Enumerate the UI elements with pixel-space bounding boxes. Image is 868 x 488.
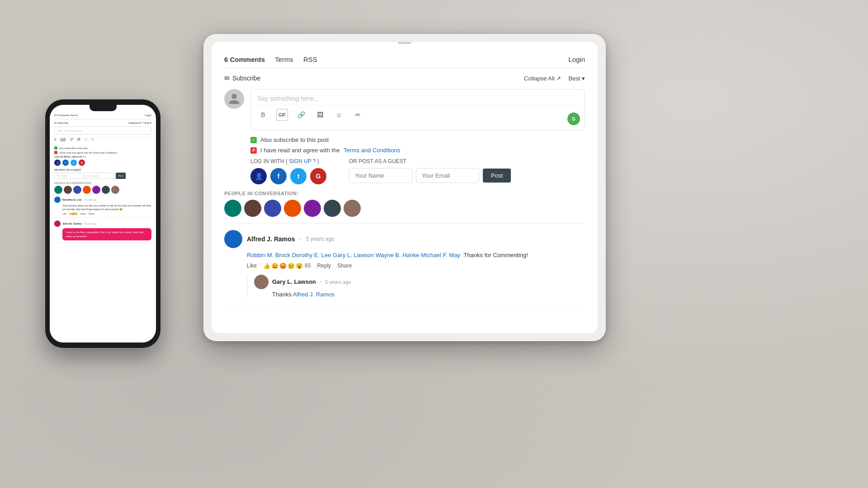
gif-icon[interactable]: GIF [276,109,288,121]
phone-commenter-name: Dorothy E. Lee [62,198,81,201]
phone-gif-icon[interactable]: GIF [60,138,66,142]
phone-link-icon[interactable]: 🔗 [70,138,74,142]
phone-bold-icon[interactable]: B [54,138,57,142]
phone-subscribe-label[interactable]: ✉ Subscribe [54,122,68,124]
phone-guest-email-input[interactable]: Your Email [85,173,114,179]
terms-agree-label: I have read and agree with the [260,147,340,154]
comment-nav-left: 6 Comments Terms RSS [224,56,317,63]
phone-login-label: LOG IN WITH ( SIGN UP ? ) [54,155,151,158]
guest-email-input[interactable] [416,168,479,183]
subscribe-post-checkbox-row: ✓ Also subscribe to this post [250,136,585,143]
terms-and-conditions-link[interactable]: Terms and Conditions [344,147,401,154]
reaction-cry[interactable]: 😢 [288,263,295,269]
nav-login[interactable]: Login [568,56,585,63]
person-avatar[interactable] [264,200,281,217]
nav-terms[interactable]: Terms [275,56,293,63]
nav-comments[interactable]: 6 Comments [224,56,265,63]
phone-social-id-btn[interactable]: 👤 [54,160,61,166]
link-icon[interactable]: 🔗 [295,109,307,121]
subscribe-label[interactable]: ✉ Subscribe [224,75,260,82]
subscribe-text: Subscribe [232,75,260,82]
phone-nav: 6 Comments Terms Login [54,114,151,119]
tablet-screen: 6 Comments Terms RSS Login ✉ Subscribe C… [212,42,598,333]
login-facebook-button[interactable]: f [270,168,287,184]
login-section-label: LOG IN WITH ( SIGN UP ? ) [250,158,326,164]
commenter-name: Alfred J. Ramos [247,235,295,243]
phone-comment-body: That moment when you dip your cookie in … [62,204,151,211]
reply-action[interactable]: Reply [317,263,331,269]
login-section: LOG IN WITH ( SIGN UP ? ) 👤 f t G [250,158,326,184]
image-icon[interactable]: 🖼 [314,109,326,121]
bold-icon[interactable]: B [257,109,269,121]
comment-time: 5 years ago [306,236,335,242]
phone-like-action[interactable]: Like [62,212,66,215]
comment-mention[interactable]: Robbin M. Brock Dorothy E. Lee Gary L. L… [247,252,460,258]
sign-up-link[interactable]: SIGN UP ? [289,158,316,164]
person-avatar[interactable] [304,200,321,217]
reaction-smile[interactable]: 😄 [271,263,278,269]
phone-emoji-icon[interactable]: ☺ [84,138,87,142]
phone-comment-input[interactable]: Say something here... [54,127,151,135]
phone-nav-comments[interactable]: 6 Comments Terms [54,114,78,117]
reaction-angry[interactable]: 😡 [279,263,287,269]
person-avatar[interactable] [244,200,261,217]
phone-subscribe-row: ✉ Subscribe Collapse All ↗ Best ▾ [54,122,151,124]
person-avatar[interactable] [324,200,341,217]
phone-person-avatar [64,186,72,194]
subscribe-checkbox[interactable]: ✓ [250,137,257,143]
phone-commenter-name: John B. Coreia [62,222,81,225]
comment-section: 6 Comments Terms RSS Login ✉ Subscribe C… [212,48,598,333]
login-google-button[interactable]: G [310,168,326,184]
person-avatar[interactable] [284,200,301,217]
like-action[interactable]: Like [247,263,257,269]
phone-share-action[interactable]: Share [89,212,94,215]
phone-social-google-btn[interactable]: G [79,160,85,166]
phone-screen: 6 Comments Terms Login ✉ Subscribe Colla… [50,105,156,343]
phone-nav-login[interactable]: Login [145,114,151,117]
person-avatar[interactable] [224,200,241,217]
phone-social-fb-btn[interactable]: f [62,160,69,166]
magic-icon[interactable]: ✏ [352,109,364,121]
phone-person-avatar [54,186,62,194]
phone-post-button[interactable]: Post [116,173,126,179]
phone-commenter-avatar [54,221,61,227]
phone-comment-item: John B. Coreia • 5 years ago I want to b… [54,221,151,243]
post-button[interactable]: Post [483,169,511,183]
phone-notch [90,105,117,111]
phone-check-green-icon[interactable] [54,146,57,150]
phone-comment-actions: Like 😊😡😢 Reply Share [62,212,151,215]
phone-guest-name-input[interactable]: Your Name [54,173,84,179]
login-twitter-button[interactable]: t [290,168,307,184]
phone-collapse-best[interactable]: Collapse All ↗ Best ▾ [128,122,151,124]
user-icon [228,93,241,105]
reaction-thumbs[interactable]: 👍 [263,263,270,269]
phone-check-red-icon[interactable] [54,151,57,154]
phone-person-avatar [102,186,110,194]
collapse-all-btn[interactable]: Collapse All ↗ [524,75,561,82]
phone-comment-header: Dorothy E. Lee • 5 years ago [54,197,151,203]
nav-rss[interactable]: RSS [303,56,317,63]
guest-section: OR POST AS A GUEST Post [349,158,511,183]
reaction-wow[interactable]: 😮 [296,263,303,269]
person-avatar[interactable] [344,200,361,217]
phone-image-icon[interactable]: 🖼 [77,138,80,142]
terms-checkbox[interactable]: ✗ [250,147,257,154]
phone-people-label: PEOPLE IN CONVERSATION: [54,182,151,184]
share-action[interactable]: Share [337,263,352,269]
best-btn[interactable]: Best ▾ [568,75,585,82]
guest-name-input[interactable] [349,168,412,183]
phone-magic-icon[interactable]: ✏ [91,138,94,142]
guest-section-label: OR POST AS A GUEST [349,158,511,164]
phone-people-avatars [54,186,151,194]
emoji-icon[interactable]: ☺ [333,109,345,121]
comment-input-box[interactable]: Say something here... G B GIF 🔗 🖼 ☺ ✏ [250,89,585,130]
guest-inputs: Post [349,168,511,183]
reply-mention[interactable]: Alfred J. Ramos [293,291,335,298]
people-label: PEOPLE IN CONVERSATION: [224,191,585,196]
phone-reply-action[interactable]: Reply [80,212,86,215]
login-id-button[interactable]: 👤 [250,168,267,184]
reply-time: 5 years ago [325,279,351,285]
phone-social-twitter-btn[interactable]: t [71,160,77,166]
phone-comment-time: • 5 years ago [83,198,96,201]
phone-commenter-avatar [54,197,61,203]
